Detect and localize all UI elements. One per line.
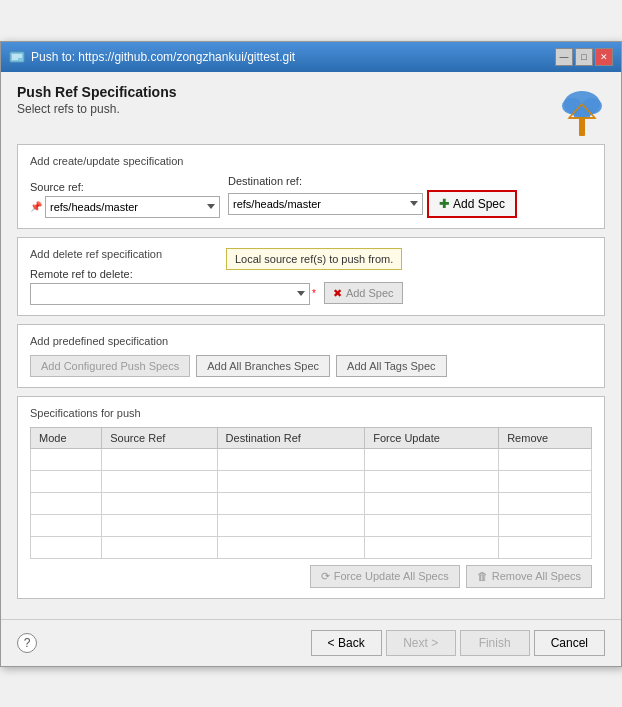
table-row — [31, 492, 592, 514]
add-all-tags-spec-button[interactable]: Add All Tags Spec — [336, 355, 446, 377]
main-window: Push to: https://github.com/zongzhankui/… — [0, 41, 622, 667]
col-force-update: Force Update — [365, 427, 499, 448]
predefined-label: Add predefined specification — [30, 335, 592, 347]
cancel-button[interactable]: Cancel — [534, 630, 605, 656]
page-title: Push Ref Specifications — [17, 84, 559, 100]
spec-actions: ⟳ Force Update All Specs 🗑 Remove All Sp… — [30, 565, 592, 588]
source-ref-group: Source ref: 📌 refs/heads/master — [30, 181, 220, 218]
create-update-fields: Source ref: 📌 refs/heads/master Destinat… — [30, 175, 592, 218]
delete-add-spec-button: ✖ Add Spec — [324, 282, 403, 304]
close-button[interactable]: ✕ — [595, 48, 613, 66]
window-controls: — □ ✕ — [555, 48, 613, 66]
delete-add-spec-label: Add Spec — [346, 287, 394, 299]
delete-ref-row: Remote ref to delete: * ✖ Add Spec — [30, 268, 592, 305]
add-configured-push-specs-label: Add Configured Push Specs — [41, 360, 179, 372]
pin-icon: 📌 — [30, 201, 42, 212]
create-update-section: Add create/update specification Source r… — [17, 144, 605, 229]
force-update-icon: ⟳ — [321, 570, 330, 583]
predefined-section: Add predefined specification Add Configu… — [17, 324, 605, 388]
add-all-tags-spec-label: Add All Tags Spec — [347, 360, 435, 372]
tooltip: Local source ref(s) to push from. — [226, 248, 402, 270]
source-ref-select[interactable]: refs/heads/master — [45, 196, 220, 218]
plus-icon: ✚ — [439, 197, 449, 211]
predefined-buttons: Add Configured Push Specs Add All Branch… — [30, 355, 592, 377]
page-header: Push Ref Specifications Select refs to p… — [17, 84, 605, 144]
help-button[interactable]: ? — [17, 633, 37, 653]
spec-table-header-row: Mode Source Ref Destination Ref Force Up… — [31, 427, 592, 448]
spec-table-label: Specifications for push — [30, 407, 592, 419]
remove-icon: 🗑 — [477, 570, 488, 582]
nav-buttons: < Back Next > Finish Cancel — [311, 630, 605, 656]
col-source-ref: Source Ref — [102, 427, 217, 448]
remove-label: Remove All Specs — [492, 570, 581, 582]
page-subtitle: Select refs to push. — [17, 102, 559, 116]
source-ref-input-row: 📌 refs/heads/master — [30, 196, 220, 218]
next-label: Next > — [403, 636, 438, 650]
dest-ref-label: Destination ref: — [228, 175, 517, 187]
bottom-bar: ? < Back Next > Finish Cancel — [1, 619, 621, 666]
back-button[interactable]: < Back — [311, 630, 382, 656]
window-title: Push to: https://github.com/zongzhankui/… — [31, 50, 295, 64]
force-update-all-specs-button: ⟳ Force Update All Specs — [310, 565, 460, 588]
add-spec-label: Add Spec — [453, 197, 505, 211]
required-marker: * — [312, 288, 316, 299]
delete-add-spec-wrapper: ✖ Add Spec — [324, 282, 403, 304]
spec-table-body — [31, 448, 592, 558]
table-row — [31, 470, 592, 492]
title-bar: Push to: https://github.com/zongzhankui/… — [1, 42, 621, 72]
delete-section: Add delete ref specification Remote ref … — [17, 237, 605, 316]
table-row — [31, 514, 592, 536]
content-area: Push Ref Specifications Select refs to p… — [1, 72, 621, 619]
remote-ref-select[interactable] — [30, 283, 310, 305]
minimize-button[interactable]: — — [555, 48, 573, 66]
header-text: Push Ref Specifications Select refs to p… — [17, 84, 559, 128]
push-icon-area — [559, 84, 605, 144]
add-all-branches-spec-button[interactable]: Add All Branches Spec — [196, 355, 330, 377]
add-all-branches-spec-label: Add All Branches Spec — [207, 360, 319, 372]
col-dest-ref: Destination Ref — [217, 427, 365, 448]
spec-table-section: Specifications for push Mode Source Ref … — [17, 396, 605, 599]
col-mode: Mode — [31, 427, 102, 448]
remote-ref-input-row: * — [30, 283, 316, 305]
svg-rect-5 — [579, 118, 585, 136]
tooltip-text: Local source ref(s) to push from. — [235, 253, 393, 265]
window-icon — [9, 49, 25, 65]
dest-ref-select[interactable]: refs/heads/master — [228, 193, 423, 215]
finish-button: Finish — [460, 630, 530, 656]
maximize-button[interactable]: □ — [575, 48, 593, 66]
cloud-icon — [559, 84, 605, 144]
dest-ref-group: Destination ref: refs/heads/master ✚ Add… — [228, 175, 517, 218]
source-ref-label: Source ref: — [30, 181, 220, 193]
finish-label: Finish — [479, 636, 511, 650]
back-label: < Back — [328, 636, 365, 650]
next-button: Next > — [386, 630, 456, 656]
spec-table: Mode Source Ref Destination Ref Force Up… — [30, 427, 592, 559]
x-icon: ✖ — [333, 287, 342, 300]
add-spec-button[interactable]: ✚ Add Spec — [427, 190, 517, 218]
add-configured-push-specs-button: Add Configured Push Specs — [30, 355, 190, 377]
table-row — [31, 448, 592, 470]
dest-ref-input-row: refs/heads/master ✚ Add Spec — [228, 190, 517, 218]
col-remove: Remove — [499, 427, 592, 448]
cancel-label: Cancel — [551, 636, 588, 650]
remove-all-specs-button: 🗑 Remove All Specs — [466, 565, 592, 588]
force-update-label: Force Update All Specs — [334, 570, 449, 582]
create-update-label: Add create/update specification — [30, 155, 592, 167]
table-row — [31, 536, 592, 558]
remote-ref-group: Remote ref to delete: * — [30, 268, 316, 305]
